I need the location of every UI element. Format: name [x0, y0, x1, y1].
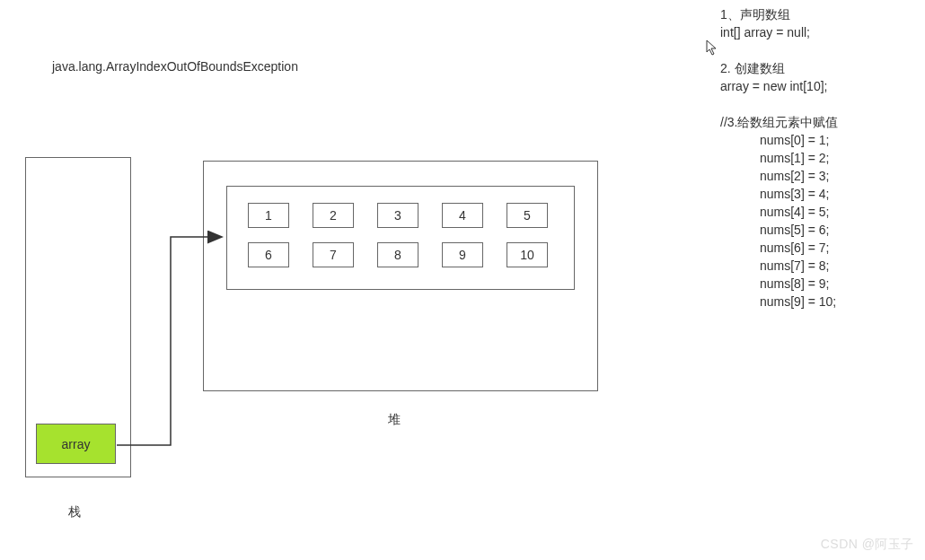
array-cell: 2 — [313, 203, 354, 228]
code-assign: nums[1] = 2; — [720, 149, 838, 167]
array-cell: 7 — [313, 242, 354, 267]
code-section3-title: //3.给数组元素中赋值 — [720, 113, 838, 131]
array-cell: 10 — [507, 242, 548, 267]
code-block: 1、声明数组 int[] array = null; 2. 创建数组 array… — [720, 5, 838, 311]
code-assign: nums[5] = 6; — [720, 221, 838, 239]
array-cell: 5 — [507, 203, 548, 228]
blank-line — [720, 41, 838, 59]
code-section1-title: 1、声明数组 — [720, 5, 838, 23]
stack-label: 栈 — [68, 504, 81, 521]
code-assign: nums[7] = 8; — [720, 257, 838, 275]
code-section2-title: 2. 创建数组 — [720, 59, 838, 77]
cursor-icon — [706, 39, 718, 56]
code-assign: nums[9] = 10; — [720, 293, 838, 311]
exception-title: java.lang.ArrayIndexOutOfBoundsException — [52, 59, 298, 74]
code-assign: nums[6] = 7; — [720, 239, 838, 257]
array-cell: 6 — [248, 242, 289, 267]
code-assign: nums[3] = 4; — [720, 185, 838, 203]
code-section2-line: array = new int[10]; — [720, 77, 838, 95]
array-variable: array — [36, 424, 116, 464]
array-cell: 3 — [377, 203, 418, 228]
array-cells: 1 2 3 4 5 6 7 8 9 10 — [248, 203, 548, 267]
array-cell: 4 — [442, 203, 483, 228]
array-cell: 8 — [377, 242, 418, 267]
array-variable-label: array — [62, 437, 91, 451]
watermark: CSDN @阿玉子 — [821, 537, 914, 553]
code-assign: nums[0] = 1; — [720, 131, 838, 149]
array-cell: 1 — [248, 203, 289, 228]
code-assign: nums[4] = 5; — [720, 203, 838, 221]
code-assign: nums[8] = 9; — [720, 275, 838, 293]
heap-label: 堆 — [388, 412, 401, 428]
code-assign: nums[2] = 3; — [720, 167, 838, 185]
array-cell: 9 — [442, 242, 483, 267]
blank-line — [720, 95, 838, 113]
code-section1-line: int[] array = null; — [720, 23, 838, 41]
